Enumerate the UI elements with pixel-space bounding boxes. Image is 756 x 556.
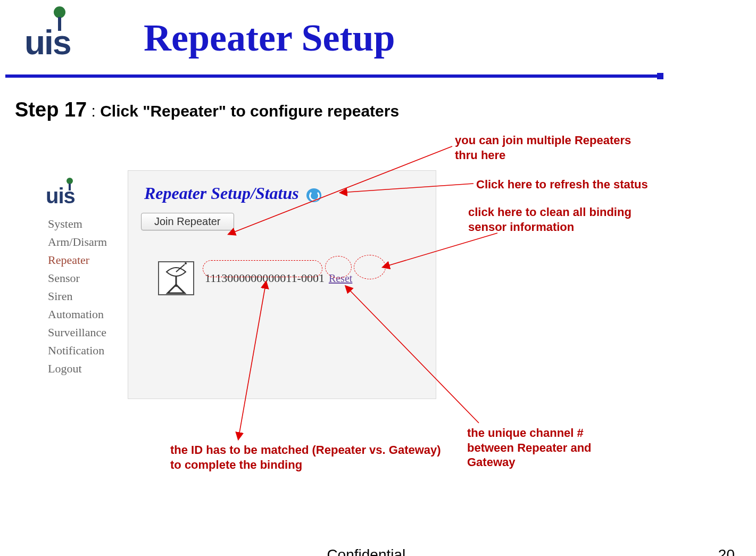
repeater-id: 1113000000000011-0001 <box>205 271 325 285</box>
header-divider-endcap <box>657 73 663 79</box>
annotation-join-multiple: you can join multiple Repeaters thru her… <box>455 133 641 162</box>
panel-heading: Repeater Setup/Status <box>144 184 299 203</box>
repeater-row: 1113000000000011-0001 Reset <box>158 261 352 295</box>
svg-text:uis: uis <box>46 184 75 208</box>
nav-item-automation[interactable]: Automation <box>48 308 122 321</box>
footer-page-number: 20 <box>718 546 735 556</box>
page-title: Repeater Setup <box>144 16 395 60</box>
step-number: Step 17 <box>15 98 87 121</box>
svg-point-0 <box>54 6 65 18</box>
step-instruction: Click "Repeater" to configure repeaters <box>100 102 399 120</box>
callout-reset-loop <box>354 255 386 279</box>
nav-logo: uis <box>44 177 122 210</box>
step-line: Step 17 : Click "Repeater" to configure … <box>15 98 399 121</box>
reset-link[interactable]: Reset <box>329 272 352 285</box>
nav-item-repeater[interactable]: Repeater <box>48 253 122 267</box>
nav-item-sensor[interactable]: Sensor <box>48 271 122 285</box>
nav-item-siren[interactable]: Siren <box>48 289 122 303</box>
nav-item-notification[interactable]: Notification <box>48 344 122 358</box>
nav-item-surveillance[interactable]: Surveillance <box>48 326 122 339</box>
header-divider <box>5 74 657 78</box>
slide-header: uis Repeater Setup <box>0 0 756 69</box>
step-separator: : <box>87 102 100 120</box>
footer-confidential: Confidential <box>327 546 405 556</box>
nav-item-arm-disarm[interactable]: Arm/Disarm <box>48 235 122 249</box>
nav-item-system[interactable]: System <box>48 217 122 231</box>
svg-point-7 <box>185 262 187 264</box>
repeater-icon <box>158 261 194 295</box>
refresh-icon[interactable] <box>306 188 321 202</box>
panel-heading-row: Repeater Setup/Status <box>128 171 436 209</box>
join-repeater-button[interactable]: Join Repeater <box>141 213 234 230</box>
content-panel: Repeater Setup/Status Join Repeater 1113… <box>128 170 436 399</box>
annotation-clean: click here to clean all binding sensor i… <box>468 205 644 234</box>
svg-point-3 <box>67 178 73 184</box>
side-nav: uis System Arm/Disarm Repeater Sensor Si… <box>43 170 122 380</box>
logo-main: uis <box>21 5 90 64</box>
screenshot-panel: uis System Arm/Disarm Repeater Sensor Si… <box>43 170 452 404</box>
annotation-refresh: Click here to refresh the status <box>476 177 700 192</box>
nav-item-logout[interactable]: Logout <box>48 362 122 376</box>
annotation-id-match: the ID has to be matched (Repeater vs. G… <box>170 443 452 472</box>
annotation-channel: the unique channel # between Repeater an… <box>467 426 627 470</box>
svg-text:uis: uis <box>24 23 70 62</box>
